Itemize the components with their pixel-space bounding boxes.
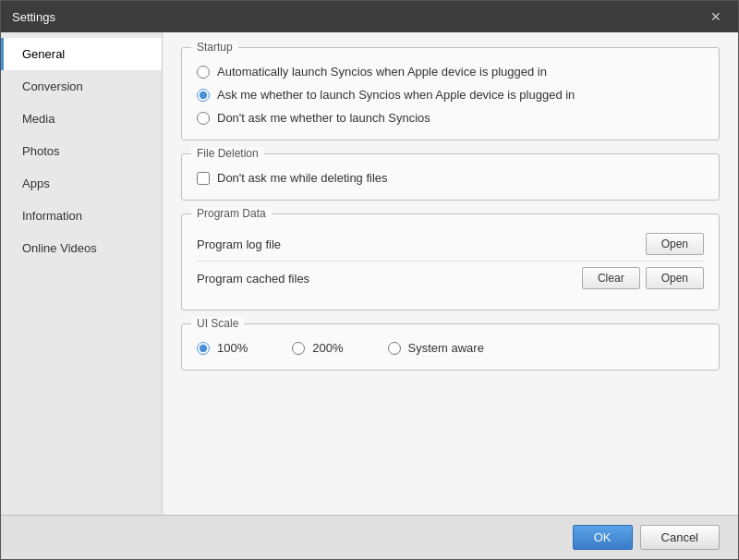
ask-launch-radio[interactable] <box>197 89 210 102</box>
file-deletion-checkbox-row: Don't ask me while deleting files <box>197 171 704 185</box>
program-cache-label: Program cached files <box>197 272 309 286</box>
sidebar-item-online-videos[interactable]: Online Videos <box>1 232 162 264</box>
program-cache-buttons: Clear Open <box>582 267 704 289</box>
ui-scale-section: UI Scale 100% 200% System aware <box>181 323 720 371</box>
sidebar-item-general[interactable]: General <box>1 38 162 70</box>
cancel-button[interactable]: Cancel <box>640 525 720 550</box>
scale-100-label[interactable]: 100% <box>217 341 248 355</box>
program-data-section: Program Data Program log file Open Progr… <box>181 213 720 310</box>
scale-100-option: 100% <box>197 341 248 355</box>
program-log-buttons: Open <box>646 233 704 255</box>
dialog-footer: OK Cancel <box>1 515 738 559</box>
dont-ask-delete-label[interactable]: Don't ask me while deleting files <box>217 171 388 185</box>
auto-launch-label[interactable]: Automatically launch Syncios when Apple … <box>217 65 547 79</box>
ask-launch-label[interactable]: Ask me whether to launch Syncios when Ap… <box>217 88 575 102</box>
dialog-title: Settings <box>12 10 55 24</box>
sidebar-item-apps[interactable]: Apps <box>1 167 162 200</box>
startup-legend: Startup <box>191 41 238 54</box>
program-cache-clear-button[interactable]: Clear <box>582 267 640 289</box>
scale-100-radio[interactable] <box>197 342 210 355</box>
sidebar-item-media[interactable]: Media <box>1 103 162 135</box>
settings-dialog: Settings ✕ General Conversion Media Phot… <box>0 0 739 560</box>
sidebar-item-conversion[interactable]: Conversion <box>1 70 162 103</box>
scale-200-label[interactable]: 200% <box>312 341 343 355</box>
startup-section: Startup Automatically launch Syncios whe… <box>181 47 720 140</box>
dont-ask-launch-radio[interactable] <box>197 112 210 125</box>
ui-scale-legend: UI Scale <box>191 317 244 330</box>
startup-option-2: Ask me whether to launch Syncios when Ap… <box>197 88 704 102</box>
auto-launch-radio[interactable] <box>197 66 210 79</box>
file-deletion-legend: File Deletion <box>191 147 264 160</box>
startup-option-1: Automatically launch Syncios when Apple … <box>197 65 704 79</box>
ui-scale-radio-group: 100% 200% System aware <box>197 341 704 355</box>
title-bar: Settings ✕ <box>1 1 738 32</box>
settings-content: Startup Automatically launch Syncios whe… <box>163 32 738 515</box>
ok-button[interactable]: OK <box>573 525 633 550</box>
startup-option-3: Don't ask me whether to launch Syncios <box>197 111 704 125</box>
scale-200-radio[interactable] <box>292 342 305 355</box>
program-cache-row: Program cached files Clear Open <box>197 261 704 295</box>
dont-ask-launch-label[interactable]: Don't ask me whether to launch Syncios <box>217 111 430 125</box>
close-button[interactable]: ✕ <box>705 8 727 25</box>
startup-radio-group: Automatically launch Syncios when Apple … <box>197 65 704 125</box>
program-log-open-button[interactable]: Open <box>646 233 704 255</box>
scale-system-option: System aware <box>388 341 484 355</box>
dialog-body: General Conversion Media Photos Apps Inf… <box>1 32 738 515</box>
scale-system-radio[interactable] <box>388 342 401 355</box>
scale-system-label[interactable]: System aware <box>408 341 484 355</box>
sidebar-item-photos[interactable]: Photos <box>1 135 162 167</box>
program-data-legend: Program Data <box>191 207 272 220</box>
program-log-label: Program log file <box>197 237 281 251</box>
file-deletion-section: File Deletion Don't ask me while deletin… <box>181 153 720 201</box>
program-log-row: Program log file Open <box>197 227 704 261</box>
sidebar: General Conversion Media Photos Apps Inf… <box>1 32 163 515</box>
dont-ask-delete-checkbox[interactable] <box>197 172 210 185</box>
scale-200-option: 200% <box>292 341 343 355</box>
sidebar-item-information[interactable]: Information <box>1 200 162 232</box>
program-cache-open-button[interactable]: Open <box>646 267 704 289</box>
